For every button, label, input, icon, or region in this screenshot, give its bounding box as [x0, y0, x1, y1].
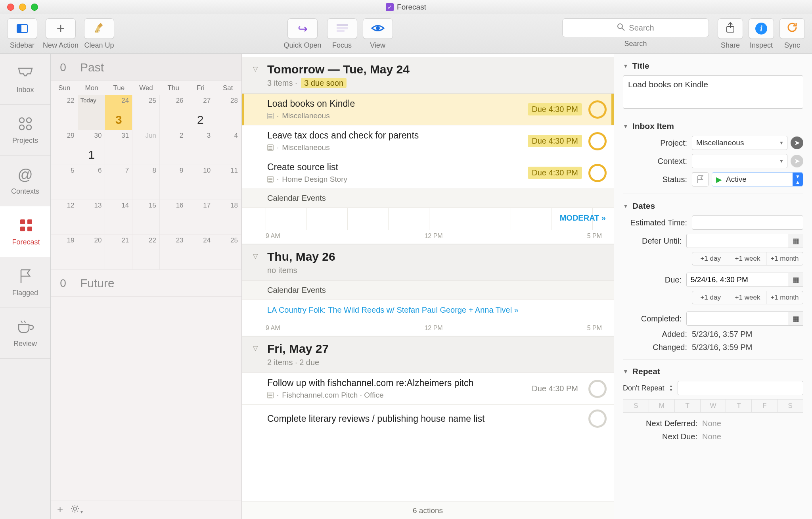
cal-day[interactable]: 29	[51, 130, 78, 165]
task-row[interactable]: Complete literary reviews / publishing h…	[242, 405, 614, 432]
due-field[interactable]	[686, 273, 789, 287]
cal-day[interactable]: 20	[78, 235, 105, 270]
cal-day[interactable]: Jun	[132, 130, 160, 165]
completed-field[interactable]	[686, 311, 789, 326]
search-field[interactable]: Search	[562, 18, 709, 37]
repeat-mode[interactable]: Don't Repeat	[623, 384, 665, 392]
cal-day[interactable]: 6	[78, 165, 105, 200]
weekday-picker[interactable]: SMTWTFS	[623, 399, 803, 413]
go-to-project[interactable]: ➤	[791, 136, 803, 149]
cal-day[interactable]: 13	[78, 200, 105, 235]
cal-day-selected[interactable]: 24 3	[105, 95, 132, 130]
status-select[interactable]: ▶Active ▼▲	[712, 172, 803, 186]
cal-day[interactable]: 14	[105, 200, 132, 235]
focus-button[interactable]: Focus	[327, 18, 357, 50]
timeline[interactable]: MODERAT »	[242, 208, 614, 230]
task-row[interactable]: Follow up with fishchannel.com re:Alzhei…	[242, 373, 614, 405]
disclosure-icon[interactable]: ▼	[623, 63, 628, 69]
project-select[interactable]: Miscellaneous▼	[692, 136, 787, 150]
cal-day[interactable]: 272	[187, 95, 214, 130]
due-plus-week[interactable]: +1 week	[729, 291, 766, 304]
cal-day[interactable]: 7	[105, 165, 132, 200]
cal-day[interactable]: 25	[132, 95, 160, 130]
new-action-button[interactable]: + New Action	[43, 18, 79, 50]
due-plus-month[interactable]: +1 month	[766, 291, 803, 304]
cal-day[interactable]: 22	[132, 235, 160, 270]
task-row[interactable]: Create source list · Home Design Story D…	[242, 157, 614, 189]
future-row[interactable]: 0 Future	[51, 270, 241, 297]
clean-up-button[interactable]: Clean Up	[84, 18, 114, 50]
task-checkbox[interactable]	[588, 164, 607, 182]
task-checkbox[interactable]	[588, 409, 607, 428]
past-row[interactable]: 0 Past	[51, 54, 241, 81]
cal-day[interactable]: 5	[51, 165, 78, 200]
day-section-header[interactable]: ▽ Thu, May 26 no items	[242, 244, 614, 281]
window-zoom[interactable]	[31, 4, 38, 11]
cal-day[interactable]: 28	[214, 95, 241, 130]
disclosure-icon[interactable]: ▼	[623, 203, 628, 209]
flag-toggle[interactable]	[692, 172, 709, 186]
calendar-icon[interactable]: ▦	[789, 234, 803, 248]
title-field[interactable]	[623, 75, 803, 109]
cal-day[interactable]: 25	[214, 235, 241, 270]
cal-day[interactable]: 15	[132, 200, 160, 235]
cal-day-today[interactable]: Today 23	[78, 95, 105, 130]
cal-day[interactable]: 9	[160, 165, 187, 200]
estimated-time-field[interactable]	[692, 215, 803, 230]
stepper-icon[interactable]: ▲▼	[669, 384, 673, 392]
share-button[interactable]: Share	[718, 18, 743, 50]
defer-plus-day[interactable]: +1 day	[692, 252, 729, 265]
defer-plus-month[interactable]: +1 month	[766, 252, 803, 265]
task-checkbox[interactable]	[588, 100, 607, 119]
cal-day[interactable]: 8	[132, 165, 160, 200]
cal-day[interactable]: 22	[51, 95, 78, 130]
task-row[interactable]: Load books on Kindle · Miscellaneous Due…	[242, 94, 614, 125]
task-row[interactable]: Leave tax docs and check for parents · M…	[242, 125, 614, 157]
perspective-inbox[interactable]: Inbox	[0, 54, 50, 105]
perspective-projects[interactable]: Projects	[0, 105, 50, 156]
task-checkbox[interactable]	[588, 380, 607, 398]
view-button[interactable]: View	[363, 18, 393, 50]
calendar-icon[interactable]: ▦	[789, 311, 803, 326]
cal-day[interactable]: 12	[51, 200, 78, 235]
add-button[interactable]: +	[57, 504, 63, 516]
calendar-event[interactable]: LA Country Folk: The Wild Reeds w/ Stefa…	[267, 306, 519, 315]
cal-day[interactable]: 31	[105, 130, 132, 165]
cal-day[interactable]: 18	[214, 200, 241, 235]
perspective-forecast[interactable]: Forecast	[0, 206, 50, 257]
calendar-icon[interactable]: ▦	[789, 273, 803, 287]
disclosure-icon[interactable]: ▼	[623, 123, 628, 129]
cal-day[interactable]: 3	[187, 130, 214, 165]
cal-day[interactable]: 2	[160, 130, 187, 165]
cal-day[interactable]: 4	[214, 130, 241, 165]
cal-day[interactable]: 301	[78, 130, 105, 165]
sync-button[interactable]: Sync	[779, 18, 805, 50]
gear-menu[interactable]: ▾	[70, 504, 83, 515]
cal-day[interactable]: 21	[105, 235, 132, 270]
cal-day[interactable]: 23	[160, 235, 187, 270]
window-close[interactable]	[7, 4, 14, 11]
cal-day[interactable]: 24	[187, 235, 214, 270]
quick-open-button[interactable]: ↪ Quick Open	[284, 18, 322, 50]
cal-day[interactable]: 11	[214, 165, 241, 200]
window-minimize[interactable]	[19, 4, 26, 11]
timeline[interactable]: LA Country Folk: The Wild Reeds w/ Stefa…	[242, 300, 614, 322]
cal-day[interactable]: 26	[160, 95, 187, 130]
cal-day[interactable]: 16	[160, 200, 187, 235]
inspect-button[interactable]: i Inspect	[749, 18, 774, 50]
perspective-contexts[interactable]: @ Contexts	[0, 156, 50, 206]
context-select[interactable]: ▼	[692, 154, 787, 168]
task-checkbox[interactable]	[588, 132, 607, 150]
cal-day[interactable]: 10	[187, 165, 214, 200]
cal-day[interactable]: 17	[187, 200, 214, 235]
cal-day[interactable]: 19	[51, 235, 78, 270]
perspective-flagged[interactable]: Flagged	[0, 257, 50, 308]
day-section-header[interactable]: ▽ Tomorrow — Tue, May 24 3 items · 3 due…	[242, 57, 614, 94]
due-plus-day[interactable]: +1 day	[692, 291, 729, 304]
calendar-event[interactable]: MODERAT »	[560, 213, 606, 223]
repeat-field[interactable]	[678, 381, 803, 395]
sidebar-toggle[interactable]: Sidebar	[7, 18, 37, 50]
perspective-review[interactable]: Review	[0, 308, 50, 359]
disclosure-icon[interactable]: ▼	[623, 368, 628, 375]
defer-plus-week[interactable]: +1 week	[729, 252, 766, 265]
